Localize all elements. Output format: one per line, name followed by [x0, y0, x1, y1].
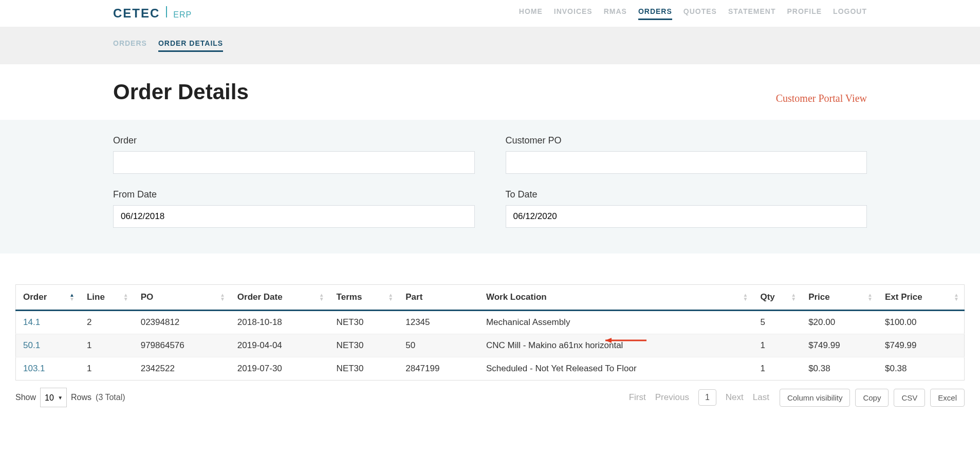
filter-to-date: To Date: [506, 189, 867, 228]
nav-quotes[interactable]: QUOTES: [683, 7, 717, 20]
order-input[interactable]: [113, 151, 475, 174]
from-date-input[interactable]: [113, 205, 475, 228]
filter-customer-po: Customer PO: [506, 135, 867, 174]
annotation-arrow-icon: [600, 335, 652, 346]
show-label: Show: [15, 393, 36, 402]
logo: CETEC ERP: [113, 6, 192, 21]
sort-icon: ▲▼: [123, 293, 128, 301]
cell-price: $749.99: [801, 334, 878, 357]
to-date-label: To Date: [506, 189, 867, 200]
col-line[interactable]: Line▲▼: [80, 285, 134, 311]
filter-block: Order Customer PO From Date To Date: [0, 120, 980, 253]
col-work-location[interactable]: Work Location▲▼: [479, 285, 753, 311]
cell-order[interactable]: 14.1: [16, 311, 80, 334]
cell-date: 2019-07-30: [230, 357, 329, 381]
logo-main: CETEC: [113, 6, 160, 21]
cell-po: 979864576: [134, 334, 230, 357]
pager-last[interactable]: Last: [753, 392, 769, 403]
col-part[interactable]: Part: [398, 285, 479, 311]
cell-price: $0.38: [801, 357, 878, 381]
table-row: 103.1123425222019-07-30NET302847199Sched…: [16, 357, 965, 381]
cell-date: 2019-04-04: [230, 334, 329, 357]
portal-view-label: Customer Portal View: [776, 93, 867, 104]
col-po[interactable]: PO▲▼: [134, 285, 230, 311]
cell-line: 1: [80, 357, 134, 381]
csv-button[interactable]: CSV: [894, 389, 925, 407]
footer-left: Show 10 Rows (3 Total): [15, 388, 125, 407]
col-order[interactable]: Order▲▼: [16, 285, 80, 311]
nav-logout[interactable]: LOGOUT: [833, 7, 867, 20]
total-count: (3 Total): [96, 393, 125, 402]
cell-terms: NET30: [329, 334, 399, 357]
cell-date: 2018-10-18: [230, 311, 329, 334]
filter-order: Order: [113, 135, 475, 174]
cell-po: 02394812: [134, 311, 230, 334]
rows-label: Rows: [71, 393, 91, 402]
col-ext-price[interactable]: Ext Price▲▼: [878, 285, 965, 311]
column-visibility-button[interactable]: Column visibility: [780, 389, 850, 407]
sort-icon: ▲▼: [388, 293, 393, 301]
cell-line: 2: [80, 311, 134, 334]
table-header-row: Order▲▼Line▲▼PO▲▼Order Date▲▼Terms▲▼Part…: [16, 285, 965, 311]
pager-current[interactable]: 1: [698, 389, 716, 406]
table-row: 14.12023948122018-10-18NET3012345Mechani…: [16, 311, 965, 334]
pager-first[interactable]: First: [629, 392, 646, 403]
order-label: Order: [113, 135, 475, 146]
cell-part: 2847199: [398, 357, 479, 381]
subnav: ORDERSORDER DETAILS: [113, 39, 867, 52]
copy-button[interactable]: Copy: [855, 389, 889, 407]
cell-price: $20.00: [801, 311, 878, 334]
rows-select[interactable]: 10: [40, 388, 67, 407]
sort-icon: ▲▼: [319, 293, 324, 301]
sort-icon: ▲▼: [954, 293, 959, 301]
cell-order[interactable]: 103.1: [16, 357, 80, 381]
cell-qty: 1: [753, 334, 801, 357]
cell-work-location: Mechanical Assembly: [479, 311, 753, 334]
pager-next[interactable]: Next: [726, 392, 744, 403]
cell-po: 2342522: [134, 357, 230, 381]
to-date-input[interactable]: [506, 205, 867, 228]
col-terms[interactable]: Terms▲▼: [329, 285, 399, 311]
sort-icon: ▲▼: [743, 293, 748, 301]
sort-icon: ▲▼: [867, 293, 873, 301]
subnav-order-details[interactable]: ORDER DETAILS: [158, 39, 223, 52]
table-body: 14.12023948122018-10-18NET3012345Mechani…: [16, 311, 965, 381]
nav-home[interactable]: HOME: [519, 7, 543, 20]
svg-marker-1: [605, 338, 612, 343]
nav-rmas[interactable]: RMAS: [604, 7, 627, 20]
customer-po-input[interactable]: [506, 151, 867, 174]
title-row: Order Details Customer Portal View: [0, 64, 980, 120]
cell-work-location: CNC Mill - Makino a61nx horizontal: [479, 334, 753, 357]
nav-orders[interactable]: ORDERS: [638, 7, 672, 20]
logo-sub: ERP: [173, 10, 192, 20]
filter-from-date: From Date: [113, 189, 475, 228]
nav-invoices[interactable]: INVOICES: [554, 7, 593, 20]
main-nav: HOMEINVOICESRMASORDERSQUOTESSTATEMENTPRO…: [519, 7, 867, 20]
footer-right: First Previous 1 Next Last Column visibi…: [629, 389, 965, 407]
sort-icon: ▲▼: [220, 293, 225, 301]
pager-prev[interactable]: Previous: [655, 392, 689, 403]
col-order-date[interactable]: Order Date▲▼: [230, 285, 329, 311]
cell-work-location: Scheduled - Not Yet Released To Floor: [479, 357, 753, 381]
subnav-bar: ORDERSORDER DETAILS: [0, 27, 980, 64]
table-wrap: Order▲▼Line▲▼PO▲▼Order Date▲▼Terms▲▼Part…: [0, 253, 980, 381]
nav-statement[interactable]: STATEMENT: [728, 7, 775, 20]
cell-ext-price: $0.38: [878, 357, 965, 381]
cell-order[interactable]: 50.1: [16, 334, 80, 357]
cell-terms: NET30: [329, 357, 399, 381]
col-qty[interactable]: Qty▲▼: [753, 285, 801, 311]
from-date-label: From Date: [113, 189, 475, 200]
footer-row: Show 10 Rows (3 Total) First Previous 1 …: [0, 381, 980, 407]
customer-po-label: Customer PO: [506, 135, 867, 146]
excel-button[interactable]: Excel: [930, 389, 965, 407]
cell-part: 12345: [398, 311, 479, 334]
sort-icon: ▲▼: [791, 293, 796, 301]
cell-part: 50: [398, 334, 479, 357]
subnav-orders[interactable]: ORDERS: [113, 39, 147, 52]
col-price[interactable]: Price▲▼: [801, 285, 878, 311]
cell-qty: 5: [753, 311, 801, 334]
nav-profile[interactable]: PROFILE: [787, 7, 822, 20]
pager: First Previous 1 Next Last: [629, 389, 769, 406]
cell-ext-price: $100.00: [878, 311, 965, 334]
cell-ext-price: $749.99: [878, 334, 965, 357]
